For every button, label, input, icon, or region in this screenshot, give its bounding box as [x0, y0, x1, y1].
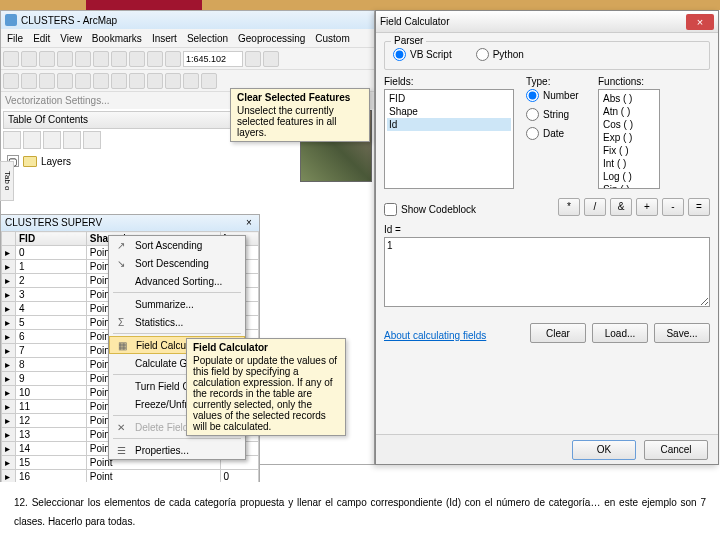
checkbox-icon[interactable]: [384, 203, 397, 216]
row-selector[interactable]: ▸: [2, 330, 16, 344]
menu-item[interactable]: ☰Properties...: [109, 441, 245, 459]
operator-button[interactable]: =: [688, 198, 710, 216]
cell-fid[interactable]: 1: [16, 260, 87, 274]
zoom-out-icon[interactable]: [21, 73, 37, 89]
function-item[interactable]: Atn ( ): [601, 105, 657, 118]
parser-vbscript-radio[interactable]: VB Script: [393, 48, 452, 61]
menu-item[interactable]: ΣStatistics...: [109, 313, 245, 331]
function-item[interactable]: Fix ( ): [601, 144, 657, 157]
function-item[interactable]: Exp ( ): [601, 131, 657, 144]
row-selector[interactable]: ▸: [2, 246, 16, 260]
row-selector[interactable]: ▸: [2, 456, 16, 470]
function-item[interactable]: Abs ( ): [601, 92, 657, 105]
cell-fid[interactable]: 3: [16, 288, 87, 302]
radio-icon[interactable]: [526, 108, 539, 121]
row-selector[interactable]: ▸: [2, 372, 16, 386]
row-selector[interactable]: ▸: [2, 428, 16, 442]
zoom-in-icon[interactable]: [3, 73, 19, 89]
menu-insert[interactable]: Insert: [148, 31, 181, 46]
pan-icon[interactable]: [39, 73, 55, 89]
row-selector[interactable]: ▸: [2, 400, 16, 414]
clear-button[interactable]: Clear: [530, 323, 586, 343]
cell-fid[interactable]: 0: [16, 246, 87, 260]
cell-fid[interactable]: 10: [16, 386, 87, 400]
menu-edit[interactable]: Edit: [29, 31, 54, 46]
parser-python-radio[interactable]: Python: [476, 48, 524, 61]
col-fid[interactable]: FID: [16, 232, 87, 246]
redo-icon[interactable]: [147, 51, 163, 67]
cell-fid[interactable]: 4: [16, 302, 87, 316]
row-selector[interactable]: ▸: [2, 358, 16, 372]
vertical-tab[interactable]: Tab o: [0, 161, 14, 201]
toc-list-by-drawing-icon[interactable]: [3, 131, 21, 149]
cell-fid[interactable]: 14: [16, 442, 87, 456]
menu-file[interactable]: File: [3, 31, 27, 46]
cell-fid[interactable]: 9: [16, 372, 87, 386]
operator-button[interactable]: &: [610, 198, 632, 216]
toc-list-by-selection-icon[interactable]: [63, 131, 81, 149]
radio-icon[interactable]: [393, 48, 406, 61]
cut-icon[interactable]: [75, 51, 91, 67]
close-icon[interactable]: ×: [243, 217, 255, 229]
select-features-icon[interactable]: [147, 73, 163, 89]
save-button[interactable]: Save...: [654, 323, 710, 343]
fields-list[interactable]: FID Shape Id: [384, 89, 514, 189]
cell-fid[interactable]: 13: [16, 428, 87, 442]
menu-view[interactable]: View: [56, 31, 86, 46]
cell-fid[interactable]: 15: [16, 456, 87, 470]
menu-customize[interactable]: Custom: [311, 31, 353, 46]
cell-fid[interactable]: 5: [16, 316, 87, 330]
prev-extent-icon[interactable]: [111, 73, 127, 89]
open-icon[interactable]: [21, 51, 37, 67]
cancel-button[interactable]: Cancel: [644, 440, 708, 460]
paste-icon[interactable]: [111, 51, 127, 67]
row-selector[interactable]: ▸: [2, 386, 16, 400]
copy-icon[interactable]: [93, 51, 109, 67]
next-extent-icon[interactable]: [129, 73, 145, 89]
add-data-icon[interactable]: [165, 51, 181, 67]
menu-bookmarks[interactable]: Bookmarks: [88, 31, 146, 46]
editor-icon[interactable]: [245, 51, 261, 67]
function-item[interactable]: Log ( ): [601, 170, 657, 183]
menu-item[interactable]: ↘Sort Descending: [109, 254, 245, 272]
toolbox-icon[interactable]: [263, 51, 279, 67]
menu-item[interactable]: Summarize...: [109, 295, 245, 313]
menu-geoprocessing[interactable]: Geoprocessing: [234, 31, 309, 46]
row-selector[interactable]: ▸: [2, 260, 16, 274]
show-codeblock-checkbox[interactable]: Show Codeblock: [384, 203, 476, 216]
row-selector[interactable]: ▸: [2, 442, 16, 456]
menu-item[interactable]: Advanced Sorting...: [109, 272, 245, 290]
field-item[interactable]: FID: [387, 92, 511, 105]
row-selector[interactable]: ▸: [2, 316, 16, 330]
undo-icon[interactable]: [129, 51, 145, 67]
toc-list-by-source-icon[interactable]: [23, 131, 41, 149]
field-item[interactable]: Shape: [387, 105, 511, 118]
new-doc-icon[interactable]: [3, 51, 19, 67]
operator-button[interactable]: *: [558, 198, 580, 216]
type-date-radio[interactable]: Date: [526, 127, 586, 140]
function-item[interactable]: Int ( ): [601, 157, 657, 170]
row-selector[interactable]: ▸: [2, 274, 16, 288]
function-item[interactable]: Sin ( ): [601, 183, 657, 189]
operator-button[interactable]: +: [636, 198, 658, 216]
cell-fid[interactable]: 7: [16, 344, 87, 358]
toc-options-icon[interactable]: [83, 131, 101, 149]
radio-icon[interactable]: [526, 127, 539, 140]
row-selector[interactable]: ▸: [2, 302, 16, 316]
select-elements-icon[interactable]: [183, 73, 199, 89]
cell-fid[interactable]: 12: [16, 414, 87, 428]
full-extent-icon[interactable]: [57, 73, 73, 89]
vect-icon-1[interactable]: [114, 94, 128, 108]
cell-fid[interactable]: 11: [16, 400, 87, 414]
operator-button[interactable]: /: [584, 198, 606, 216]
type-string-radio[interactable]: String: [526, 108, 586, 121]
close-icon[interactable]: ×: [686, 14, 714, 30]
about-link[interactable]: About calculating fields: [384, 330, 486, 341]
scale-input[interactable]: [183, 51, 243, 67]
vectorization-label[interactable]: Vectorization Settings...: [5, 95, 110, 106]
operator-button[interactable]: -: [662, 198, 684, 216]
menu-item[interactable]: ↗Sort Ascending: [109, 236, 245, 254]
menu-selection[interactable]: Selection: [183, 31, 232, 46]
vect-icon-2[interactable]: [132, 94, 146, 108]
print-icon[interactable]: [57, 51, 73, 67]
